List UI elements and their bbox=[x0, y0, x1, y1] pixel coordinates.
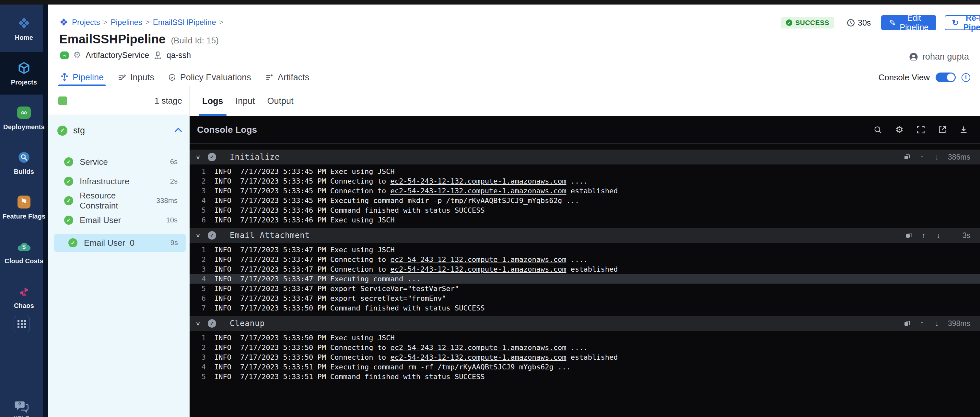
step-row-email-user-0[interactable]: ✓Email User_09s bbox=[54, 234, 186, 252]
log-level: INFO bbox=[214, 177, 233, 185]
stage-row-stg[interactable]: ✓ stg bbox=[57, 124, 182, 138]
download-icon[interactable] bbox=[959, 125, 968, 135]
chaos-icon bbox=[17, 284, 31, 299]
copy-icon[interactable] bbox=[903, 153, 911, 161]
search-icon[interactable] bbox=[873, 125, 883, 135]
log-message: Exec using JSCH bbox=[330, 167, 395, 176]
sidebar-item-chaos[interactable]: Chaos bbox=[0, 275, 48, 318]
log-level: INFO bbox=[214, 353, 233, 362]
chevron-up-icon[interactable] bbox=[175, 128, 182, 135]
section-duration: 3s bbox=[950, 231, 970, 240]
log-message: Exec using JSCH bbox=[330, 246, 395, 254]
copy-icon[interactable] bbox=[903, 320, 911, 327]
log-line[interactable]: 1INFO7/17/2023 5:33:47 PMExec using JSCH bbox=[189, 245, 980, 254]
section-header-email-attachment[interactable]: ∨✓Email Attachment↑↓3s bbox=[189, 228, 980, 243]
log-line[interactable]: 3INFO7/17/2023 5:33:47 PMConnection to e… bbox=[189, 264, 980, 274]
sidebar-item-help[interactable]: ? HELP bbox=[0, 400, 43, 417]
sidebar-item-projects[interactable]: Projects bbox=[0, 52, 48, 95]
section-header-initialize[interactable]: ∨✓Initialize↑↓386ms bbox=[189, 149, 980, 165]
log-line-number: 5 bbox=[189, 285, 206, 293]
log-tab-input[interactable]: Input bbox=[235, 86, 255, 116]
edit-pipeline-button[interactable]: ✎ Edit Pipeline bbox=[881, 15, 936, 30]
sidebar-item-home[interactable]: ❖Home bbox=[0, 7, 48, 50]
open-in-new-icon[interactable] bbox=[937, 125, 947, 135]
tab-policy-evaluations[interactable]: Policy Evaluations bbox=[168, 69, 251, 86]
log-text: Connection to bbox=[330, 187, 390, 195]
scroll-up-icon[interactable]: ↑ bbox=[920, 231, 928, 239]
log-text: Executing command rm -rf /tmp/rKyAAQBtSJ… bbox=[330, 363, 571, 371]
log-timestamp: 7/17/2023 5:33:51 PM bbox=[240, 363, 326, 371]
step-row-infrastructure[interactable]: ✓Infrastructure2s bbox=[48, 171, 189, 191]
rerun-pipeline-button[interactable]: ↻ Re-run Pipeline bbox=[945, 15, 980, 30]
sidebar-item-cloud-costs[interactable]: $Cloud Costs bbox=[0, 230, 48, 273]
copy-icon[interactable] bbox=[905, 231, 913, 239]
log-line[interactable]: 6INFO7/17/2023 5:33:46 PMExec using JSCH bbox=[189, 215, 980, 225]
log-link[interactable]: ec2-54-243-12-132.compute-1.amazonaws.co… bbox=[390, 255, 566, 263]
console-view-info-icon[interactable]: i bbox=[961, 73, 970, 82]
step-row-resource-constraint[interactable]: ✓Resource Constraint338ms bbox=[48, 191, 189, 211]
log-line[interactable]: 5INFO7/17/2023 5:33:47 PMexport ServiceV… bbox=[189, 284, 980, 293]
log-link[interactable]: ec2-54-243-12-132.compute-1.amazonaws.co… bbox=[390, 265, 566, 273]
breadcrumb-link-emailsshpipeline[interactable]: EmailSSHPipeline bbox=[153, 18, 216, 27]
step-row-service[interactable]: ✓Service6s bbox=[48, 152, 189, 171]
log-message: Command finished with status SUCCESS bbox=[330, 206, 485, 214]
log-link[interactable]: ec2-54-243-12-132.compute-1.amazonaws.co… bbox=[390, 353, 566, 362]
sidebar-item-feature-flags[interactable]: ⚑Feature Flags bbox=[0, 186, 48, 228]
tab-artifacts[interactable]: Artifacts bbox=[265, 69, 310, 86]
log-line[interactable]: 7INFO7/17/2023 5:33:50 PMCommand finishe… bbox=[189, 303, 980, 313]
sidebar-item-deployments[interactable]: ∞Deployments bbox=[0, 97, 48, 139]
chevron-down-icon[interactable]: ∨ bbox=[196, 320, 202, 327]
log-link[interactable]: ec2-54-243-12-132.compute-1.amazonaws.co… bbox=[390, 177, 566, 185]
log-line[interactable]: 2INFO7/17/2023 5:33:50 PMConnecting to e… bbox=[189, 342, 980, 352]
log-settings-gear-icon[interactable]: ⚙ bbox=[894, 125, 904, 135]
log-line[interactable]: 1INFO7/17/2023 5:33:45 PMExec using JSCH bbox=[189, 166, 980, 176]
scroll-down-icon[interactable]: ↓ bbox=[933, 320, 941, 327]
chevron-down-icon[interactable]: ∨ bbox=[196, 154, 202, 160]
breadcrumb-separator: > bbox=[220, 18, 224, 27]
log-line-number: 5 bbox=[189, 206, 206, 214]
apps-grid-button[interactable] bbox=[14, 316, 30, 332]
fullscreen-icon[interactable] bbox=[916, 125, 926, 135]
breadcrumb-link-pipelines[interactable]: Pipelines bbox=[110, 18, 142, 27]
log-line[interactable]: 2INFO7/17/2023 5:33:45 PMConnecting to e… bbox=[189, 176, 980, 186]
log-line[interactable]: 3INFO7/17/2023 5:33:45 PMConnection to e… bbox=[189, 186, 980, 195]
chevron-down-icon[interactable]: ∨ bbox=[196, 232, 202, 239]
tab-inputs[interactable]: Inputs bbox=[117, 69, 154, 86]
log-line[interactable]: 5INFO7/17/2023 5:33:51 PMCommand finishe… bbox=[189, 372, 980, 381]
log-level: INFO bbox=[214, 344, 233, 352]
log-line[interactable]: 1INFO7/17/2023 5:33:50 PMExec using JSCH bbox=[189, 333, 980, 342]
log-line[interactable]: 2INFO7/17/2023 5:33:47 PMConnecting to e… bbox=[189, 254, 980, 264]
log-line[interactable]: 4INFO7/17/2023 5:33:51 PMExecuting comma… bbox=[189, 362, 980, 372]
log-text: export secretText="fromEnv" bbox=[330, 294, 446, 302]
log-line[interactable]: 4INFO7/17/2023 5:33:45 PMExecuting comma… bbox=[189, 195, 980, 205]
log-message: Exec using JSCH bbox=[330, 334, 395, 342]
scroll-down-icon[interactable]: ↓ bbox=[933, 153, 941, 161]
breadcrumb-link-projects[interactable]: Projects bbox=[72, 18, 100, 27]
log-tab-logs[interactable]: Logs bbox=[202, 86, 223, 116]
section-actions: ↑↓386ms bbox=[903, 153, 970, 162]
log-line[interactable]: 5INFO7/17/2023 5:33:46 PMCommand finishe… bbox=[189, 205, 980, 215]
console-view-toggle[interactable] bbox=[935, 73, 956, 82]
log-timestamp: 7/17/2023 5:33:47 PM bbox=[240, 285, 326, 293]
infrastructure-name: qa-ssh bbox=[167, 51, 191, 60]
tab-label: Inputs bbox=[130, 73, 154, 82]
log-line-number: 6 bbox=[189, 216, 206, 224]
log-link[interactable]: ec2-54-243-12-132.compute-1.amazonaws.co… bbox=[390, 344, 566, 352]
log-line[interactable]: 3INFO7/17/2023 5:33:50 PMConnection to e… bbox=[189, 352, 980, 362]
log-message: Connecting to ec2-54-243-12-132.compute-… bbox=[330, 177, 588, 185]
log-line[interactable]: 4INFO7/17/2023 5:33:47 PMExecuting comma… bbox=[189, 274, 980, 284]
scroll-down-icon[interactable]: ↓ bbox=[935, 231, 942, 239]
step-row-email-user[interactable]: ✓Email User10s bbox=[48, 211, 189, 230]
step-name: Email User bbox=[80, 215, 121, 225]
user-chip[interactable]: rohan gupta bbox=[909, 52, 969, 62]
log-tab-output[interactable]: Output bbox=[267, 86, 294, 116]
section-header-cleanup[interactable]: ∨✓Cleanup↑↓398ms bbox=[189, 316, 980, 331]
scroll-up-icon[interactable]: ↑ bbox=[918, 320, 926, 327]
tab-pipeline[interactable]: Pipeline bbox=[60, 69, 104, 86]
scroll-up-icon[interactable]: ↑ bbox=[918, 153, 926, 161]
step-duration: 6s bbox=[170, 158, 178, 166]
home-icon: ❖ bbox=[17, 16, 30, 31]
log-link[interactable]: ec2-54-243-12-132.compute-1.amazonaws.co… bbox=[390, 187, 566, 195]
log-line[interactable]: 6INFO7/17/2023 5:33:47 PMexport secretTe… bbox=[189, 293, 980, 303]
sidebar-item-builds[interactable]: Builds bbox=[0, 141, 48, 184]
